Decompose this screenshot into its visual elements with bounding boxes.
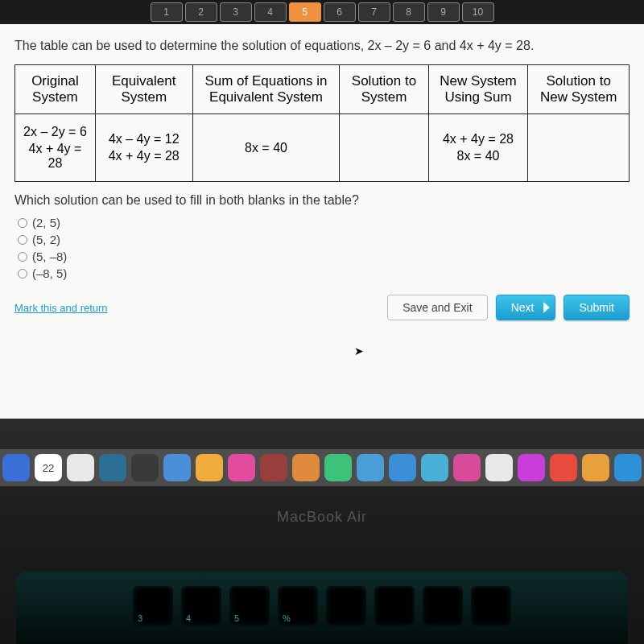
nav-item-4[interactable]: 4 [254, 2, 287, 22]
dock-app-icon[interactable] [228, 454, 255, 481]
cell-equivalent: 4x – 4y = 12 4x + 4y = 28 [95, 114, 192, 182]
nav-item-7[interactable]: 7 [358, 2, 390, 22]
option-a[interactable]: (2, 5) [18, 216, 630, 229]
col-new-solution: Solution to New System [528, 65, 630, 114]
dock-app-icon[interactable] [614, 454, 642, 481]
question-panel: The table can be used to determine the s… [0, 24, 644, 419]
option-b[interactable]: (5, 2) [18, 233, 630, 246]
keyboard-key [471, 586, 511, 626]
radio-icon[interactable] [18, 235, 27, 245]
keyboard: 345% [16, 572, 628, 644]
dock-app-icon[interactable] [582, 454, 609, 481]
dock-app-icon[interactable] [67, 454, 94, 481]
dock-app-icon[interactable] [292, 454, 320, 481]
cell-new-solution [528, 114, 630, 182]
nav-item-8[interactable]: 8 [393, 2, 425, 22]
dock-app-icon[interactable] [163, 454, 191, 481]
dock-app-icon[interactable] [2, 454, 30, 481]
keyboard-key [326, 586, 366, 626]
col-solution: Solution to System [340, 65, 428, 114]
keyboard-key [374, 586, 415, 626]
equation-table: Original System Equivalent System Sum of… [14, 64, 630, 182]
cell-solution [340, 114, 428, 182]
cell-sum: 8x = 40 [192, 114, 340, 182]
desk-background: 22 MacBook Air 345% [0, 419, 644, 644]
next-button[interactable]: Next [496, 295, 556, 320]
sub-question: Which solution can be used to fill in bo… [14, 193, 630, 208]
dock-app-icon[interactable] [196, 454, 223, 481]
nav-item-2[interactable]: 2 [185, 2, 217, 22]
dock-app-icon[interactable] [389, 454, 416, 481]
cursor-icon: ➤ [354, 345, 364, 357]
radio-icon[interactable] [18, 269, 27, 279]
dock-app-icon[interactable] [357, 454, 384, 481]
dock-app-icon[interactable] [260, 454, 287, 481]
keyboard-key: % [278, 586, 318, 626]
nav-item-10[interactable]: 10 [462, 2, 494, 22]
button-group: Save and Exit Next Submit [387, 295, 630, 320]
option-c[interactable]: (5, –8) [18, 250, 630, 263]
mark-return-link[interactable]: Mark this and return [14, 302, 108, 314]
table-row: 2x – 2y = 6 4x + 4y = 28 4x – 4y = 12 4x… [15, 114, 630, 182]
save-exit-button[interactable]: Save and Exit [387, 295, 487, 320]
macos-dock: 22 [0, 449, 644, 486]
laptop-label: MacBook Air [0, 509, 644, 526]
radio-icon[interactable] [18, 218, 27, 228]
dock-app-icon[interactable] [485, 454, 513, 481]
radio-icon[interactable] [18, 252, 27, 262]
dock-app-icon[interactable] [324, 454, 352, 481]
dock-app-icon[interactable] [518, 454, 545, 481]
submit-button[interactable]: Submit [564, 295, 630, 320]
nav-item-1[interactable]: 1 [151, 2, 183, 22]
keyboard-key: 3 [133, 586, 173, 626]
dock-app-icon[interactable] [421, 454, 448, 481]
col-equivalent: Equivalent System [95, 65, 192, 114]
option-d[interactable]: (–8, 5) [18, 266, 630, 280]
col-original: Original System [15, 65, 96, 114]
answer-options: (2, 5) (5, 2) (5, –8) (–8, 5) [18, 216, 630, 280]
nav-item-5[interactable]: 5 [289, 2, 321, 22]
col-sum: Sum of Equations in Equivalent System [192, 65, 340, 114]
keyboard-key: 4 [181, 586, 221, 626]
question-nav: 12345678910 [0, 0, 644, 24]
cell-original: 2x – 2y = 6 4x + 4y = 28 [15, 114, 96, 182]
dock-app-icon[interactable] [453, 454, 481, 481]
dock-app-icon[interactable] [131, 454, 159, 481]
nav-item-6[interactable]: 6 [324, 2, 356, 22]
table-header-row: Original System Equivalent System Sum of… [15, 65, 630, 114]
footer-bar: Mark this and return Save and Exit Next … [14, 295, 630, 320]
dock-app-icon[interactable] [99, 454, 126, 481]
dock-app-icon[interactable] [550, 454, 577, 481]
nav-item-3[interactable]: 3 [220, 2, 252, 22]
question-text: The table can be used to determine the s… [14, 39, 630, 53]
cell-new-system: 4x + 4y = 28 8x = 40 [428, 114, 528, 182]
dock-app-icon[interactable]: 22 [35, 454, 62, 481]
keyboard-key [423, 586, 463, 626]
nav-item-9[interactable]: 9 [427, 2, 460, 22]
col-new-system: New System Using Sum [428, 65, 528, 114]
keyboard-key: 5 [229, 586, 270, 626]
